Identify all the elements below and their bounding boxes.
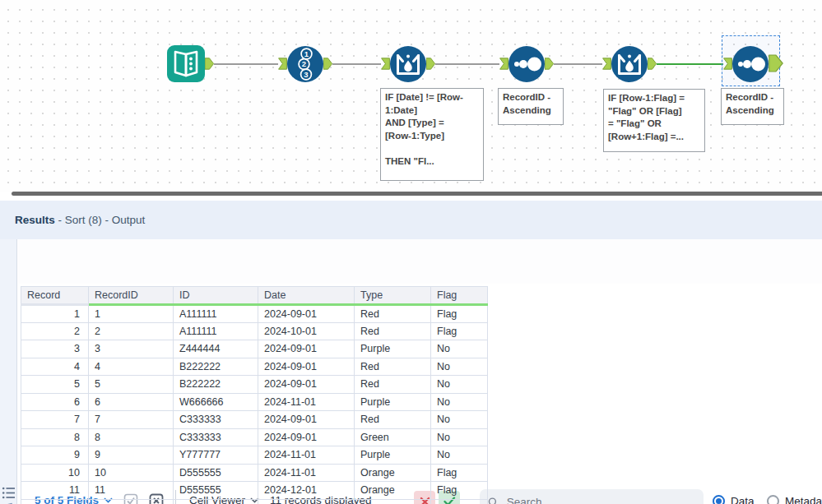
input-data-tool[interactable] <box>167 45 205 82</box>
column-header-flag[interactable]: Flag <box>431 287 488 305</box>
profile-list-icon[interactable] <box>2 486 16 500</box>
cell-flag[interactable]: No <box>431 340 488 358</box>
cell-flag[interactable]: No <box>431 358 488 376</box>
cell-type[interactable]: Purple <box>355 393 431 411</box>
cell-date[interactable]: 2024-09-01 <box>258 340 355 358</box>
cell-flag[interactable]: Flag <box>431 464 488 482</box>
cell-flag[interactable]: No <box>431 393 488 411</box>
cell-recordid[interactable]: 5 <box>89 376 174 394</box>
cell-id[interactable]: A111111 <box>174 305 258 323</box>
cell-type[interactable]: Purple <box>355 446 431 465</box>
cell-type[interactable]: Orange <box>355 482 431 500</box>
connection-wire[interactable] <box>332 63 381 65</box>
input-anchor-icon[interactable] <box>499 58 509 70</box>
multi-row-formula-tool[interactable] <box>611 46 648 82</box>
connection-wire[interactable] <box>214 63 278 65</box>
cell-type[interactable]: Orange <box>355 464 431 482</box>
cell-id[interactable]: W666666 <box>174 393 258 411</box>
cell-recordid[interactable]: 6 <box>89 393 174 411</box>
connection-wire[interactable] <box>435 63 499 65</box>
cell-date[interactable]: 2024-11-01 <box>258 446 355 465</box>
cell-flag[interactable]: Flag <box>431 305 488 323</box>
cell-recordid[interactable]: 7 <box>89 411 174 429</box>
search-input[interactable] <box>505 495 695 504</box>
cell-record[interactable] <box>21 499 89 504</box>
cell-type[interactable]: Red <box>355 411 431 429</box>
input-anchor-icon[interactable] <box>278 58 287 70</box>
cell-record[interactable]: 1 <box>21 305 89 323</box>
cell-type[interactable]: Green <box>355 428 431 446</box>
cell-record[interactable]: 5 <box>21 376 89 394</box>
cell-flag[interactable]: No <box>431 428 488 446</box>
cell-date[interactable]: 2024-09-01 <box>258 428 355 446</box>
column-header-record[interactable]: Record <box>21 287 89 305</box>
radio-data[interactable]: Data <box>713 495 755 504</box>
cell-flag[interactable]: Flag <box>431 322 488 340</box>
cell-recordid[interactable]: 1 <box>89 305 174 323</box>
tool-annotation[interactable]: RecordID - Ascending <box>721 88 784 125</box>
column-header-type[interactable]: Type <box>355 287 431 305</box>
connection-wire[interactable] <box>554 63 602 65</box>
cell-type[interactable]: Purple <box>355 340 431 358</box>
radio-metadata[interactable]: Metadata <box>767 495 822 504</box>
cell-recordid[interactable]: 10 <box>89 464 174 482</box>
tool-annotation[interactable]: RecordID - Ascending <box>498 88 564 125</box>
cell-date[interactable]: 2024-11-01 <box>258 393 355 411</box>
cell-flag[interactable] <box>431 499 488 504</box>
cell-id[interactable]: C333333 <box>174 428 258 446</box>
cell-id[interactable]: Y777777 <box>174 446 258 465</box>
cell-record[interactable]: 7 <box>21 411 89 429</box>
cell-recordid[interactable] <box>89 499 174 504</box>
column-header-date[interactable]: Date <box>258 287 355 305</box>
cell-record[interactable]: 3 <box>21 340 89 358</box>
output-anchor-icon[interactable] <box>426 58 435 70</box>
cell-date[interactable]: 2024-10-01 <box>258 322 355 340</box>
cell-record[interactable]: 6 <box>21 393 89 411</box>
record-id-tool[interactable]: 1 2 3 <box>287 46 323 82</box>
cell-date[interactable]: 2024-12-01 <box>258 482 355 500</box>
cell-flag[interactable]: No <box>431 376 488 394</box>
cell-flag[interactable]: Flag <box>431 482 488 500</box>
column-header-recordid[interactable]: RecordID <box>89 287 174 305</box>
cell-type[interactable]: Red <box>355 376 431 394</box>
tool-annotation[interactable]: IF [Date] != [Row- 1:Date] AND [Type] = … <box>380 88 484 181</box>
search-box[interactable] <box>480 489 704 504</box>
cell-recordid[interactable]: 11 <box>89 482 174 500</box>
output-anchor-icon[interactable] <box>205 58 214 70</box>
cell-type[interactable]: Red <box>355 305 431 323</box>
cell-flag[interactable]: No <box>431 411 488 429</box>
cell-recordid[interactable]: 9 <box>89 446 174 465</box>
output-anchor-icon[interactable] <box>648 58 657 70</box>
cell-date[interactable]: 2024-09-01 <box>258 411 355 429</box>
cell-id[interactable]: C333333 <box>174 411 258 429</box>
column-header-id[interactable]: ID <box>174 287 258 305</box>
cell-type[interactable] <box>355 499 431 504</box>
cell-recordid[interactable]: 4 <box>89 358 174 376</box>
cell-date[interactable]: 2024-11-01 <box>258 464 355 482</box>
cell-id[interactable]: Z444444 <box>174 340 258 358</box>
input-anchor-icon[interactable] <box>602 58 611 70</box>
cell-recordid[interactable]: 2 <box>89 322 174 340</box>
cell-date[interactable]: 2024-09-01 <box>258 358 355 376</box>
input-anchor-icon[interactable] <box>723 58 732 70</box>
cell-recordid[interactable]: 3 <box>89 340 174 358</box>
cell-type[interactable]: Red <box>355 358 431 376</box>
tool-annotation[interactable]: IF [Row-1:Flag] = "Flag" OR [Flag] = "Fl… <box>603 89 705 152</box>
output-anchor-icon[interactable] <box>545 58 554 70</box>
panel-splitter[interactable] <box>12 192 822 196</box>
output-anchor-icon[interactable] <box>323 58 332 70</box>
cell-id[interactable]: D555555 <box>174 464 258 482</box>
cell-recordid[interactable]: 8 <box>89 428 174 446</box>
cell-record[interactable]: 9 <box>21 446 89 465</box>
cell-date[interactable]: 2024-09-01 <box>258 376 355 394</box>
cell-id[interactable]: B222222 <box>174 376 258 394</box>
cell-flag[interactable]: No <box>431 446 488 465</box>
cell-id[interactable]: D555555 <box>174 482 258 500</box>
output-anchor-icon[interactable] <box>769 54 783 72</box>
cell-date[interactable]: 2024-09-01 <box>258 305 355 323</box>
connection-wire-selected[interactable] <box>657 63 723 66</box>
cell-record[interactable]: 11 <box>21 482 89 500</box>
cell-record[interactable]: 10 <box>21 464 89 482</box>
cell-record[interactable]: 4 <box>21 358 89 376</box>
cell-type[interactable]: Red <box>355 322 431 340</box>
